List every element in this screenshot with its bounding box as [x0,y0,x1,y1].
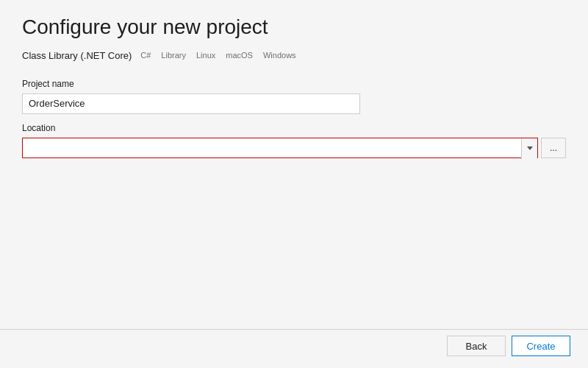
location-group: Location ... [22,123,566,158]
location-dropdown-button[interactable] [521,138,537,159]
footer-divider [0,329,588,330]
project-name-label: Project name [22,79,566,89]
form-section: Project name Location ... [22,79,566,158]
location-input-wrapper [22,138,538,158]
browse-button[interactable]: ... [541,138,566,158]
tag-library: Library [159,51,187,60]
project-type-row: Class Library (.NET Core) C# Library Lin… [22,50,566,61]
location-input[interactable] [23,138,521,158]
footer-actions: Back Create [447,336,570,356]
tag-linux: Linux [195,51,217,60]
page-title: Configure your new project [22,15,566,40]
location-label: Location [22,123,566,133]
project-type-name: Class Library (.NET Core) [22,50,132,61]
back-button[interactable]: Back [447,336,506,356]
chevron-down-icon [527,146,533,150]
create-button[interactable]: Create [512,336,570,356]
project-name-group: Project name [22,79,566,114]
tag-csharp: C# [139,51,152,60]
project-name-input[interactable] [22,93,360,114]
page-container: Configure your new project Class Library… [0,0,588,368]
tag-macos: macOS [224,51,254,60]
tag-windows: Windows [262,51,298,60]
